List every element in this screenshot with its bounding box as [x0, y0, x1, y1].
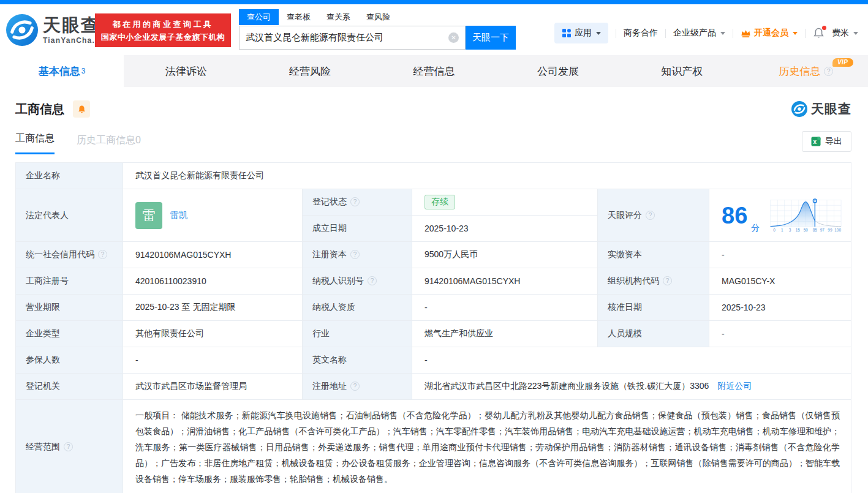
help-icon[interactable]: [98, 250, 107, 259]
promo-line-2: 国家中小企业发展子基金旗下机构: [95, 31, 231, 43]
help-icon[interactable]: [350, 197, 360, 206]
insured-count-label: 参保人数: [16, 347, 123, 374]
industry-value: 燃气生产和供应业: [412, 321, 598, 347]
taxpayer-quality-value: -: [412, 295, 598, 321]
svg-text:100: 100: [835, 228, 842, 232]
help-icon[interactable]: [350, 250, 360, 259]
legal-rep-avatar[interactable]: 雷: [135, 202, 162, 229]
main-content: 工商信息 天眼查 工商信息 历史工商信息0 x 导出: [0, 100, 868, 493]
table-row: 经营范围 一般项目： 储能技术服务；新能源汽车换电设施销售；石油制品销售（不含危…: [16, 400, 851, 493]
search-tab-risk[interactable]: 查风险: [358, 9, 398, 25]
tab-legal-lawsuits[interactable]: 法律诉讼: [124, 55, 247, 87]
paid-capital-value: -: [709, 242, 851, 268]
site-header: 天眼查 TianYanCha.com 都在用的商业查询工具 国家中小企业发展子基…: [0, 4, 868, 55]
reg-address-value: 湖北省武汉市武昌区中北路223号新建商业服务设施（铁投.碳汇大厦）3306 附近…: [412, 374, 851, 400]
help-icon[interactable]: [64, 442, 73, 451]
enterprise-products-menu[interactable]: 企业级产品: [673, 28, 725, 39]
chevron-down-icon: [793, 32, 798, 35]
table-row: 统一社会信用代码 91420106MAG015CYXH 注册资本 9500万人民…: [16, 242, 851, 268]
legal-rep-link[interactable]: 雷凯: [170, 210, 187, 221]
tab-company-development[interactable]: 公司发展: [496, 55, 620, 87]
promo-line-1: 都在用的商业查询工具: [95, 18, 231, 31]
help-icon[interactable]: [350, 382, 360, 391]
score-distribution-chart: 0 1 3 15 50 85 97 99 100: [768, 194, 843, 237]
svg-text:97: 97: [820, 228, 825, 232]
clear-search-icon[interactable]: [448, 32, 459, 43]
english-name-label: 英文名称: [303, 347, 412, 374]
svg-text:50: 50: [804, 228, 809, 232]
subtab-history-business-info[interactable]: 历史工商信息0: [77, 134, 141, 154]
chevron-down-icon: [596, 32, 601, 35]
user-menu[interactable]: 费米: [832, 28, 858, 39]
business-scope-value: 一般项目： 储能技术服务；新能源汽车换电设施销售；石油制品销售（不含危险化学品）…: [123, 400, 851, 493]
reg-number-value: 420106110023910: [123, 268, 303, 295]
header-menu: 应用 商务合作 企业级产品 开通会员 费米: [554, 23, 858, 43]
search-button[interactable]: 天眼一下: [466, 26, 516, 50]
org-code-label: 组织机构代码: [598, 268, 709, 295]
svg-text:0: 0: [774, 228, 776, 232]
reg-authority-label: 登记机关: [16, 374, 123, 400]
notifications-button[interactable]: [813, 28, 825, 39]
credit-code-value: 91420106MAG015CYXH: [123, 242, 303, 268]
table-row: 企业类型 其他有限责任公司 行业 燃气生产和供应业 人员规模 -: [16, 321, 851, 347]
help-icon[interactable]: [663, 276, 672, 285]
table-row: 营业期限 2025-10-23 至 无固定期限 纳税人资质 - 核准日期 202…: [16, 295, 851, 321]
svg-text:1: 1: [781, 228, 783, 232]
help-icon[interactable]: [646, 211, 655, 220]
search-area: 查公司 查老板 查关系 查风险 天眼一下: [239, 9, 516, 50]
business-term-value: 2025-10-23 至 无固定期限: [123, 295, 303, 321]
score-unit: 分: [751, 223, 760, 234]
svg-text:85: 85: [813, 228, 818, 232]
watermark-text: 天眼查: [811, 100, 851, 118]
chevron-down-icon: [720, 32, 725, 35]
help-icon[interactable]: [368, 276, 377, 285]
industry-label: 行业: [303, 321, 412, 347]
bell-icon: [77, 105, 86, 114]
legal-rep-value: 雷 雷凯: [123, 189, 303, 242]
table-row: 登记机关 武汉市武昌区市场监督管理局 注册地址 湖北省武汉市武昌区中北路223号…: [16, 374, 851, 400]
tab-intellectual-property[interactable]: 知识产权: [620, 55, 744, 87]
business-info-table: 企业名称 武汉首义昆仑新能源有限责任公司 法定代表人 雷 雷凯 登记状态 存续 …: [15, 162, 851, 493]
excel-icon: x: [811, 137, 821, 146]
app-grid-icon: [562, 28, 572, 38]
svg-text:x: x: [813, 138, 817, 145]
business-cooperation-link[interactable]: 商务合作: [624, 28, 658, 39]
search-input[interactable]: [246, 32, 448, 43]
search-tab-boss[interactable]: 查老板: [279, 9, 319, 25]
apps-menu[interactable]: 应用: [554, 23, 608, 43]
search-tab-relation[interactable]: 查关系: [319, 9, 358, 25]
table-row: 参保人数 - 英文名称 -: [16, 347, 851, 374]
company-type-value: 其他有限责任公司: [123, 321, 303, 347]
reg-status-value: 存续: [412, 189, 598, 216]
status-badge: 存续: [425, 195, 455, 209]
export-button[interactable]: x 导出: [802, 131, 851, 152]
subtab-business-info[interactable]: 工商信息: [15, 132, 55, 154]
page-title: 工商信息: [15, 101, 64, 118]
tab-history-info[interactable]: VIP 历史信息: [744, 55, 868, 87]
english-name-value: -: [412, 347, 851, 374]
divider: [733, 29, 733, 38]
taxpayer-id-label: 纳税人识别号: [303, 268, 412, 295]
company-nav-tabs: 基本信息 3 法律诉讼 经营风险 经营信息 公司发展 知识产权 VIP 历史信息: [0, 55, 868, 87]
search-input-wrap: [239, 26, 466, 50]
score-value: 86 分: [709, 189, 851, 242]
divider: [665, 29, 666, 38]
reg-address-text: 湖北省武汉市武昌区中北路223号新建商业服务设施（铁投.碳汇大厦）3306: [425, 381, 709, 391]
tab-operation-risk[interactable]: 经营风险: [248, 55, 372, 87]
reg-authority-value: 武汉市武昌区市场监督管理局: [123, 374, 303, 400]
reg-status-label: 登记状态: [303, 189, 412, 216]
divider: [616, 29, 616, 38]
nearby-companies-link[interactable]: 附近公司: [717, 381, 752, 391]
open-membership-menu[interactable]: 开通会员: [741, 28, 798, 39]
staff-size-label: 人员规模: [598, 321, 709, 347]
tab-basic-info[interactable]: 基本信息 3: [0, 55, 124, 87]
divider: [805, 29, 806, 38]
help-icon[interactable]: [824, 67, 833, 76]
top-accent-bar: [0, 0, 868, 4]
reg-address-label: 注册地址: [303, 374, 412, 400]
tab-operation-info[interactable]: 经营信息: [372, 55, 496, 87]
taxpayer-id-value: 91420106MAG015CYXH: [412, 268, 598, 295]
apps-label: 应用: [575, 28, 592, 39]
subscribe-bell-button[interactable]: [73, 100, 90, 118]
search-tab-company[interactable]: 查公司: [239, 9, 279, 25]
